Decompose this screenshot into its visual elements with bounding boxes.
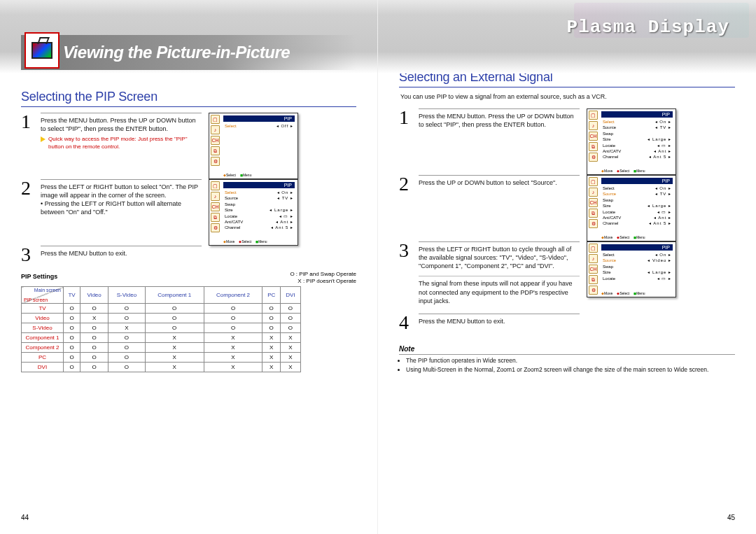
table-diagonal-header: Main screen PIP screen bbox=[22, 287, 64, 304]
table-row: Component 1OOOXXXX bbox=[22, 333, 301, 343]
table-row: Component 2OOOXXXX bbox=[22, 343, 301, 353]
pip-legend: O : PIP and Swap OperateX : PIP doesn't … bbox=[21, 271, 356, 284]
osd-screenshot-r1: ▢♪CH⧉⚙ PIP Select◂ On ▸Source◂ TV ▸SwapS… bbox=[587, 108, 676, 175]
step-1-text: Press the MENU button. Press the UP or D… bbox=[41, 117, 195, 132]
table-row: TVOOOOOOO bbox=[22, 304, 301, 314]
table-row: DVIOOOXXXX bbox=[22, 363, 301, 372]
step-3r-sub: The signal from these inputs will not ap… bbox=[419, 276, 580, 304]
osd-screenshot-r3: ▢♪CH⧉⚙ PIP Select◂ On ▸Source◂ Video ▸Sw… bbox=[587, 241, 676, 297]
step-number-1r: 1 bbox=[399, 108, 412, 126]
step-2-text: Press the LEFT or RIGHT button to select… bbox=[41, 183, 198, 199]
page-title: Viewing the Picture-in-Picture bbox=[63, 43, 290, 62]
tv-icon bbox=[24, 32, 59, 69]
step-1r-text: Press the MENU button. Press the UP or D… bbox=[419, 113, 573, 128]
osd-screenshot-r2: ▢♪CH⧉⚙ PIP Select◂ On ▸Source◂ TV ▸SwapS… bbox=[587, 175, 676, 241]
note-heading: Note bbox=[399, 345, 735, 355]
step-3-text: Press the MENU button to exit. bbox=[41, 250, 127, 257]
table-row: VideoOXOOOOO bbox=[22, 314, 301, 323]
osd-screenshot-2: ▢♪CH⧉⚙ PIP Select◂ On ▸Source◂ TV ▸SwapS… bbox=[209, 179, 298, 246]
step-number-2r: 2 bbox=[399, 175, 412, 192]
osd-screenshot-1: ▢♪CH⧉⚙ PIP Select◂ Off ▸ ◆Select◼Menu bbox=[209, 113, 298, 179]
step-3r-text: Press the LEFT or RIGHT button to cycle … bbox=[419, 246, 571, 269]
section-title-left: Selecting the PIP Screen bbox=[21, 90, 356, 107]
quick-tip: Quick way to access the PIP mode: Just p… bbox=[41, 136, 202, 151]
pip-settings-table: Main screen PIP screen TV Video S-Video … bbox=[21, 286, 301, 372]
step-number-3: 3 bbox=[21, 246, 34, 263]
intro-text: You can use PIP to view a signal from an… bbox=[400, 93, 735, 100]
note-list: The PIP function operates in Wide screen… bbox=[399, 357, 735, 374]
step-number-3r: 3 bbox=[399, 241, 412, 259]
step-4r-text: Press the MENU button to exit. bbox=[419, 318, 505, 325]
page-number-right: 45 bbox=[727, 514, 735, 521]
title-bar: Viewing the Picture-in-Picture bbox=[21, 35, 356, 70]
step-number-4r: 4 bbox=[399, 314, 412, 331]
table-row: PCOOOXXXX bbox=[22, 353, 301, 363]
step-number-1: 1 bbox=[21, 113, 34, 130]
brand-text: Plasma Display bbox=[567, 17, 729, 38]
header-banner-right: Plasma Display bbox=[378, 0, 756, 73]
step-2-bullet: Pressing the LEFT or RIGHT button will a… bbox=[41, 200, 181, 216]
tip-arrow-icon bbox=[41, 136, 46, 142]
step-number-2: 2 bbox=[21, 179, 34, 197]
page-44: Viewing the Picture-in-Picture Selecting… bbox=[0, 0, 378, 534]
table-row: S-VideoOOXOOOO bbox=[22, 323, 301, 333]
step-2r-text: Press the UP or DOWN button to select "S… bbox=[419, 179, 557, 186]
page-45: Plasma Display Selecting an External Sig… bbox=[378, 0, 756, 534]
page-number-left: 44 bbox=[21, 514, 29, 521]
